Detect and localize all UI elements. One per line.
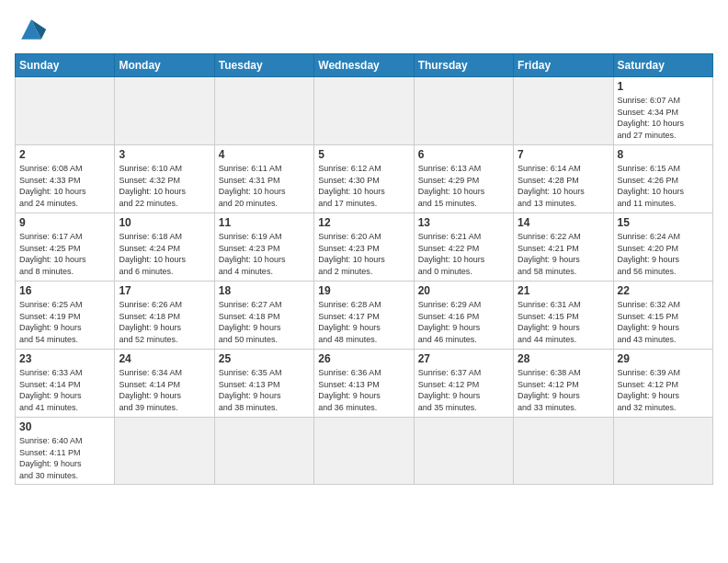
calendar-cell: 4Sunrise: 6:11 AM Sunset: 4:31 PM Daylig… <box>214 145 313 213</box>
logo-icon <box>15 13 48 46</box>
calendar-cell: 8Sunrise: 6:15 AM Sunset: 4:26 PM Daylig… <box>613 145 712 213</box>
day-info: Sunrise: 6:13 AM Sunset: 4:29 PM Dayligh… <box>418 163 509 209</box>
day-info: Sunrise: 6:12 AM Sunset: 4:30 PM Dayligh… <box>318 163 409 209</box>
day-info: Sunrise: 6:34 AM Sunset: 4:14 PM Dayligh… <box>119 367 210 413</box>
calendar-cell <box>613 418 712 485</box>
day-number: 11 <box>219 216 310 229</box>
calendar-cell: 6Sunrise: 6:13 AM Sunset: 4:29 PM Daylig… <box>414 145 513 213</box>
calendar-cell: 11Sunrise: 6:19 AM Sunset: 4:23 PM Dayli… <box>214 213 313 282</box>
day-info: Sunrise: 6:15 AM Sunset: 4:26 PM Dayligh… <box>618 163 709 209</box>
header <box>0 0 728 53</box>
day-number: 24 <box>119 352 210 365</box>
day-info: Sunrise: 6:21 AM Sunset: 4:22 PM Dayligh… <box>418 231 509 277</box>
day-header-sunday: Sunday <box>16 54 115 77</box>
day-header-monday: Monday <box>115 54 214 77</box>
day-info: Sunrise: 6:19 AM Sunset: 4:23 PM Dayligh… <box>219 231 310 277</box>
page: SundayMondayTuesdayWednesdayThursdayFrid… <box>0 0 728 563</box>
day-number: 4 <box>219 148 310 161</box>
day-info: Sunrise: 6:24 AM Sunset: 4:20 PM Dayligh… <box>618 231 709 277</box>
day-number: 23 <box>19 352 110 365</box>
calendar-cell: 30Sunrise: 6:40 AM Sunset: 4:11 PM Dayli… <box>16 418 115 485</box>
calendar-cell: 15Sunrise: 6:24 AM Sunset: 4:20 PM Dayli… <box>613 213 712 282</box>
day-number: 28 <box>518 352 609 365</box>
day-info: Sunrise: 6:40 AM Sunset: 4:11 PM Dayligh… <box>19 435 110 481</box>
day-number: 10 <box>119 216 210 229</box>
calendar-cell: 9Sunrise: 6:17 AM Sunset: 4:25 PM Daylig… <box>16 213 115 282</box>
day-header-wednesday: Wednesday <box>314 54 414 77</box>
day-number: 16 <box>19 284 110 297</box>
day-number: 7 <box>518 148 609 161</box>
day-info: Sunrise: 6:32 AM Sunset: 4:15 PM Dayligh… <box>618 299 709 345</box>
day-number: 17 <box>119 284 210 297</box>
day-header-saturday: Saturday <box>613 54 712 77</box>
day-info: Sunrise: 6:26 AM Sunset: 4:18 PM Dayligh… <box>119 299 210 345</box>
calendar-cell: 25Sunrise: 6:35 AM Sunset: 4:13 PM Dayli… <box>214 350 313 418</box>
calendar-header-row: SundayMondayTuesdayWednesdayThursdayFrid… <box>16 54 713 77</box>
day-info: Sunrise: 6:11 AM Sunset: 4:31 PM Dayligh… <box>219 163 310 209</box>
day-info: Sunrise: 6:17 AM Sunset: 4:25 PM Dayligh… <box>19 231 110 277</box>
calendar-cell: 28Sunrise: 6:38 AM Sunset: 4:12 PM Dayli… <box>514 350 613 418</box>
calendar-cell <box>16 77 115 145</box>
day-number: 22 <box>618 284 709 297</box>
calendar-cell: 20Sunrise: 6:29 AM Sunset: 4:16 PM Dayli… <box>414 282 513 350</box>
day-info: Sunrise: 6:37 AM Sunset: 4:12 PM Dayligh… <box>418 367 509 413</box>
day-info: Sunrise: 6:28 AM Sunset: 4:17 PM Dayligh… <box>318 299 409 345</box>
day-number: 29 <box>618 352 709 365</box>
day-number: 15 <box>618 216 709 229</box>
day-info: Sunrise: 6:25 AM Sunset: 4:19 PM Dayligh… <box>19 299 110 345</box>
calendar-cell: 27Sunrise: 6:37 AM Sunset: 4:12 PM Dayli… <box>414 350 513 418</box>
day-info: Sunrise: 6:36 AM Sunset: 4:13 PM Dayligh… <box>318 367 409 413</box>
day-info: Sunrise: 6:38 AM Sunset: 4:12 PM Dayligh… <box>518 367 609 413</box>
calendar-cell <box>314 418 414 485</box>
day-number: 6 <box>418 148 509 161</box>
day-number: 19 <box>318 284 409 297</box>
calendar-cell: 29Sunrise: 6:39 AM Sunset: 4:12 PM Dayli… <box>613 350 712 418</box>
day-info: Sunrise: 6:22 AM Sunset: 4:21 PM Dayligh… <box>518 231 609 277</box>
day-number: 3 <box>119 148 210 161</box>
day-number: 2 <box>19 148 110 161</box>
day-info: Sunrise: 6:33 AM Sunset: 4:14 PM Dayligh… <box>19 367 110 413</box>
calendar-cell: 22Sunrise: 6:32 AM Sunset: 4:15 PM Dayli… <box>613 282 712 350</box>
calendar-cell <box>214 77 313 145</box>
calendar-cell: 19Sunrise: 6:28 AM Sunset: 4:17 PM Dayli… <box>314 282 414 350</box>
calendar-cell: 2Sunrise: 6:08 AM Sunset: 4:33 PM Daylig… <box>16 145 115 213</box>
calendar-cell <box>314 77 414 145</box>
day-number: 5 <box>318 148 409 161</box>
calendar-cell: 10Sunrise: 6:18 AM Sunset: 4:24 PM Dayli… <box>115 213 214 282</box>
day-info: Sunrise: 6:35 AM Sunset: 4:13 PM Dayligh… <box>219 367 310 413</box>
calendar-cell <box>115 77 214 145</box>
day-number: 21 <box>518 284 609 297</box>
day-number: 8 <box>618 148 709 161</box>
calendar-cell <box>414 418 513 485</box>
calendar-cell: 3Sunrise: 6:10 AM Sunset: 4:32 PM Daylig… <box>115 145 214 213</box>
day-number: 30 <box>19 420 110 433</box>
calendar-week-1: 1Sunrise: 6:07 AM Sunset: 4:34 PM Daylig… <box>16 77 713 145</box>
day-number: 20 <box>418 284 509 297</box>
calendar-cell: 12Sunrise: 6:20 AM Sunset: 4:23 PM Dayli… <box>314 213 414 282</box>
calendar-cell: 13Sunrise: 6:21 AM Sunset: 4:22 PM Dayli… <box>414 213 513 282</box>
calendar-week-6: 30Sunrise: 6:40 AM Sunset: 4:11 PM Dayli… <box>16 418 713 485</box>
calendar-cell <box>214 418 313 485</box>
calendar-cell: 17Sunrise: 6:26 AM Sunset: 4:18 PM Dayli… <box>115 282 214 350</box>
calendar-cell <box>514 77 613 145</box>
day-info: Sunrise: 6:27 AM Sunset: 4:18 PM Dayligh… <box>219 299 310 345</box>
calendar-week-5: 23Sunrise: 6:33 AM Sunset: 4:14 PM Dayli… <box>16 350 713 418</box>
calendar-cell: 18Sunrise: 6:27 AM Sunset: 4:18 PM Dayli… <box>214 282 313 350</box>
calendar-cell <box>414 77 513 145</box>
day-number: 13 <box>418 216 509 229</box>
day-number: 18 <box>219 284 310 297</box>
calendar-cell: 1Sunrise: 6:07 AM Sunset: 4:34 PM Daylig… <box>613 77 712 145</box>
day-info: Sunrise: 6:14 AM Sunset: 4:28 PM Dayligh… <box>518 163 609 209</box>
calendar-cell: 16Sunrise: 6:25 AM Sunset: 4:19 PM Dayli… <box>16 282 115 350</box>
day-number: 9 <box>19 216 110 229</box>
calendar-cell: 24Sunrise: 6:34 AM Sunset: 4:14 PM Dayli… <box>115 350 214 418</box>
day-info: Sunrise: 6:10 AM Sunset: 4:32 PM Dayligh… <box>119 163 210 209</box>
day-info: Sunrise: 6:20 AM Sunset: 4:23 PM Dayligh… <box>318 231 409 277</box>
calendar-cell <box>115 418 214 485</box>
calendar-cell <box>514 418 613 485</box>
day-info: Sunrise: 6:08 AM Sunset: 4:33 PM Dayligh… <box>19 163 110 209</box>
day-number: 1 <box>618 80 709 93</box>
day-info: Sunrise: 6:07 AM Sunset: 4:34 PM Dayligh… <box>618 95 709 141</box>
day-info: Sunrise: 6:39 AM Sunset: 4:12 PM Dayligh… <box>618 367 709 413</box>
calendar-week-2: 2Sunrise: 6:08 AM Sunset: 4:33 PM Daylig… <box>16 145 713 213</box>
